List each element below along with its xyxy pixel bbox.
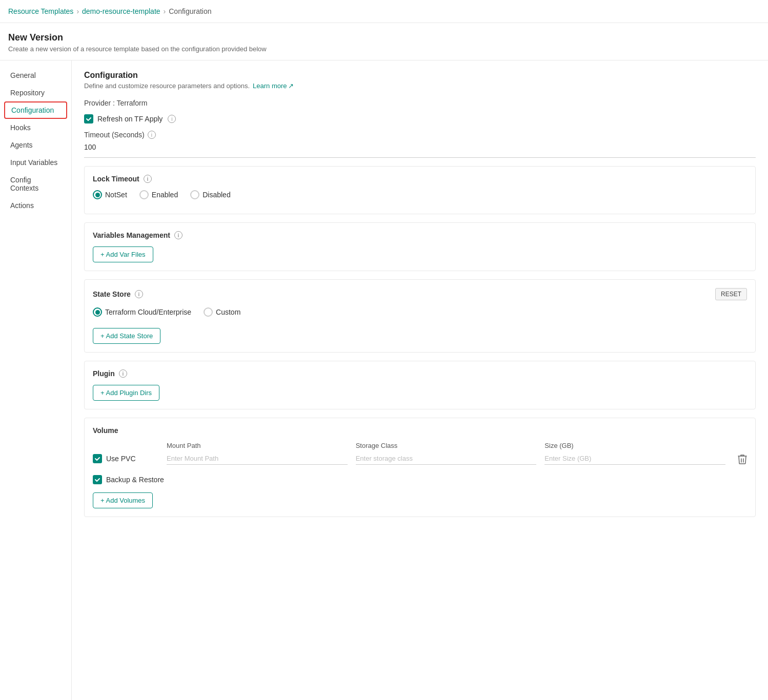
lock-timeout-info-icon[interactable]: i xyxy=(144,175,152,183)
sidebar-item-repository[interactable]: Repository xyxy=(0,84,71,101)
radio-notset-inner xyxy=(95,193,100,197)
backup-label: Backup & Restore xyxy=(106,476,164,484)
sidebar: General Repository Configuration Hooks A… xyxy=(0,60,72,700)
variables-management-section: Variables Management i + Add Var Files xyxy=(84,222,756,271)
variables-info-icon[interactable]: i xyxy=(174,231,183,239)
lock-timeout-section: Lock Timeout i NotSet Enabled Disabled xyxy=(84,166,756,214)
radio-disabled-outer xyxy=(190,190,199,199)
page-header: New Version Create a new version of a re… xyxy=(0,23,768,60)
state-store-radio-group: Terraform Cloud/Enterprise Custom xyxy=(93,307,747,317)
storage-class-input[interactable] xyxy=(356,452,537,465)
size-gb-input[interactable] xyxy=(544,452,725,465)
add-plugin-dirs-button[interactable]: + Add Plugin Dirs xyxy=(93,385,159,401)
sidebar-item-input-variables[interactable]: Input Variables xyxy=(0,154,71,171)
volume-section: Volume Use PVC Mount Path xyxy=(84,418,756,517)
mount-path-label: Mount Path xyxy=(167,442,348,449)
learn-more-link[interactable]: Learn more ↗ xyxy=(253,82,293,90)
radio-enabled-label: Enabled xyxy=(152,191,178,199)
radio-terraform-cloud-inner xyxy=(95,310,100,315)
breadcrumb: Resource Templates › demo-resource-templ… xyxy=(0,0,768,23)
variables-management-title: Variables Management i xyxy=(93,231,747,239)
section-header: Configuration Define and customize resou… xyxy=(84,71,756,90)
sidebar-item-agents[interactable]: Agents xyxy=(0,136,71,154)
volume-fields: Mount Path Storage Class Size (GB) xyxy=(167,442,725,465)
volume-title: Volume xyxy=(93,426,747,435)
sidebar-item-config-contexts[interactable]: Config Contexts xyxy=(0,171,71,197)
refresh-checkbox[interactable] xyxy=(84,114,93,123)
breadcrumb-middle[interactable]: demo-resource-template xyxy=(82,7,160,15)
radio-enabled-outer xyxy=(139,190,149,199)
radio-notset-label: NotSet xyxy=(105,191,127,199)
add-var-files-button[interactable]: + Add Var Files xyxy=(93,246,153,262)
state-store-info-icon[interactable]: i xyxy=(135,290,143,298)
size-gb-field: Size (GB) xyxy=(544,442,725,465)
refresh-label: Refresh on TF Apply xyxy=(97,115,163,123)
timeout-label: Timeout (Seconds) i xyxy=(84,131,756,139)
section-desc: Define and customize resource parameters… xyxy=(84,82,756,90)
breadcrumb-current: Configuration xyxy=(169,7,211,15)
state-store-section: State Store i RESET Terraform Cloud/Ente… xyxy=(84,279,756,353)
radio-notset-outer xyxy=(93,190,102,199)
radio-custom[interactable]: Custom xyxy=(204,307,240,317)
breadcrumb-sep2: › xyxy=(164,7,166,15)
breadcrumb-root[interactable]: Resource Templates xyxy=(8,7,73,15)
radio-terraform-cloud[interactable]: Terraform Cloud/Enterprise xyxy=(93,307,191,317)
backup-row: Backup & Restore xyxy=(93,475,747,484)
layout: General Repository Configuration Hooks A… xyxy=(0,60,768,700)
backup-check-icon xyxy=(94,477,100,483)
section-title: Configuration xyxy=(84,71,756,80)
timeout-section: Timeout (Seconds) i 100 xyxy=(84,131,756,158)
sidebar-item-general[interactable]: General xyxy=(0,67,71,84)
state-store-options: Terraform Cloud/Enterprise Custom + Add … xyxy=(93,307,747,344)
main-content: Configuration Define and customize resou… xyxy=(72,60,768,700)
storage-class-field: Storage Class xyxy=(356,442,537,465)
state-store-reset-button[interactable]: RESET xyxy=(715,288,747,300)
timeout-value: 100 xyxy=(84,143,756,158)
plugin-title: Plugin i xyxy=(93,369,747,378)
radio-disabled-label: Disabled xyxy=(203,191,230,199)
lock-timeout-radio-group: NotSet Enabled Disabled xyxy=(93,190,747,199)
section-desc-text: Define and customize resource parameters… xyxy=(84,82,250,90)
add-state-store-button[interactable]: + Add State Store xyxy=(93,328,160,344)
mount-path-input[interactable] xyxy=(167,452,348,465)
state-store-title: State Store i xyxy=(93,290,143,298)
radio-custom-outer xyxy=(204,307,213,317)
refresh-row: Refresh on TF Apply i xyxy=(84,114,756,123)
use-pvc-row: Use PVC xyxy=(93,454,154,463)
storage-class-label: Storage Class xyxy=(356,442,537,449)
volume-row: Use PVC Mount Path Storage Class Size (G… xyxy=(93,442,747,467)
delete-volume-button[interactable] xyxy=(738,454,747,467)
radio-notset[interactable]: NotSet xyxy=(93,190,127,199)
use-pvc-check-icon xyxy=(94,456,100,462)
mount-path-field: Mount Path xyxy=(167,442,348,465)
sidebar-item-actions[interactable]: Actions xyxy=(0,197,71,214)
radio-custom-label: Custom xyxy=(216,308,240,316)
add-volumes-button[interactable]: + Add Volumes xyxy=(93,492,153,508)
refresh-info-icon[interactable]: i xyxy=(168,115,176,123)
size-gb-label: Size (GB) xyxy=(544,442,725,449)
lock-timeout-title: Lock Timeout i xyxy=(93,175,747,183)
plugin-section: Plugin i + Add Plugin Dirs xyxy=(84,361,756,409)
page-title: New Version xyxy=(8,32,760,43)
radio-terraform-cloud-outer xyxy=(93,307,102,317)
check-icon xyxy=(86,116,92,122)
sidebar-item-hooks[interactable]: Hooks xyxy=(0,119,71,136)
breadcrumb-sep1: › xyxy=(76,7,79,15)
backup-checkbox[interactable] xyxy=(93,475,102,484)
timeout-info-icon[interactable]: i xyxy=(148,131,156,139)
state-store-header: State Store i RESET xyxy=(93,288,747,300)
sidebar-item-configuration[interactable]: Configuration xyxy=(4,101,67,119)
use-pvc-checkbox[interactable] xyxy=(93,454,102,463)
provider-row: Provider : Terraform xyxy=(84,99,756,107)
page-subtitle: Create a new version of a resource templ… xyxy=(8,45,760,53)
trash-icon xyxy=(738,454,747,464)
radio-enabled[interactable]: Enabled xyxy=(139,190,178,199)
radio-terraform-cloud-label: Terraform Cloud/Enterprise xyxy=(105,308,191,316)
external-link-icon: ↗ xyxy=(288,82,294,90)
plugin-info-icon[interactable]: i xyxy=(119,369,127,378)
use-pvc-label: Use PVC xyxy=(106,455,136,463)
radio-disabled[interactable]: Disabled xyxy=(190,190,230,199)
